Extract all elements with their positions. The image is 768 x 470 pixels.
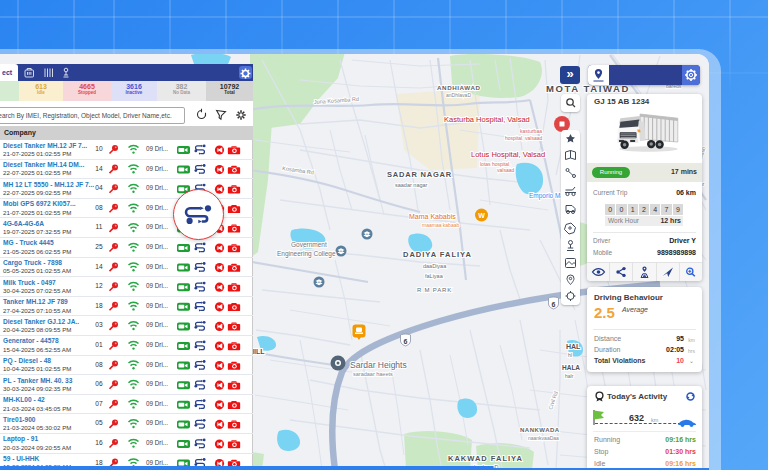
svg-text:daaDiyaa: daaDiyaa bbox=[423, 263, 447, 269]
svg-text:SADAR NAGAR: SADAR NAGAR bbox=[387, 170, 452, 179]
svg-text:DADIYA FALIYA: DADIYA FALIYA bbox=[403, 250, 472, 259]
svg-text:Engineering College: Engineering College bbox=[277, 250, 336, 258]
svg-text:NANKWADA: NANKWADA bbox=[520, 427, 560, 433]
svg-text:ANDHIAWAD: ANDHIAWAD bbox=[437, 84, 481, 91]
svg-text:saradaar haeets: saradaar haeets bbox=[353, 371, 393, 377]
svg-text:HAL: HAL bbox=[566, 343, 581, 350]
svg-text:KAKWAD FALIYA: KAKWAD FALIYA bbox=[448, 454, 523, 463]
svg-text:valsaad: valsaad bbox=[497, 167, 514, 173]
svg-text:W: W bbox=[478, 212, 485, 219]
svg-text:Lotus Hospital, Valsad: Lotus Hospital, Valsad bbox=[471, 150, 545, 159]
svg-text:kasturbaa: kasturbaa bbox=[520, 128, 542, 134]
svg-text:hospital, valsaad: hospital, valsaad bbox=[505, 135, 542, 141]
svg-text:Mama Kababis: Mama Kababis bbox=[409, 213, 456, 220]
svg-text:naankvaaDaa: naankvaaDaa bbox=[528, 435, 559, 441]
svg-text:6: 6 bbox=[552, 301, 556, 308]
svg-text:Kasturba Hospital, Valsad: Kasturba Hospital, Valsad bbox=[444, 115, 530, 124]
svg-text:HALA: HALA bbox=[562, 364, 580, 371]
svg-text:anDhIavaD: anDhIavaD bbox=[446, 92, 471, 98]
svg-text:Government: Government bbox=[291, 241, 327, 248]
svg-text:R M PARK: R M PARK bbox=[417, 287, 452, 293]
svg-text:Sardar Heights: Sardar Heights bbox=[350, 360, 407, 370]
svg-text:saadar nagar: saadar nagar bbox=[395, 182, 428, 188]
svg-text:maamaa kabaab: maamaa kabaab bbox=[422, 222, 459, 228]
svg-text:faLiyaa: faLiyaa bbox=[425, 273, 444, 279]
svg-text:6: 6 bbox=[404, 338, 408, 345]
svg-text:halr: halr bbox=[565, 373, 574, 379]
svg-text:hl: hl bbox=[568, 352, 572, 358]
